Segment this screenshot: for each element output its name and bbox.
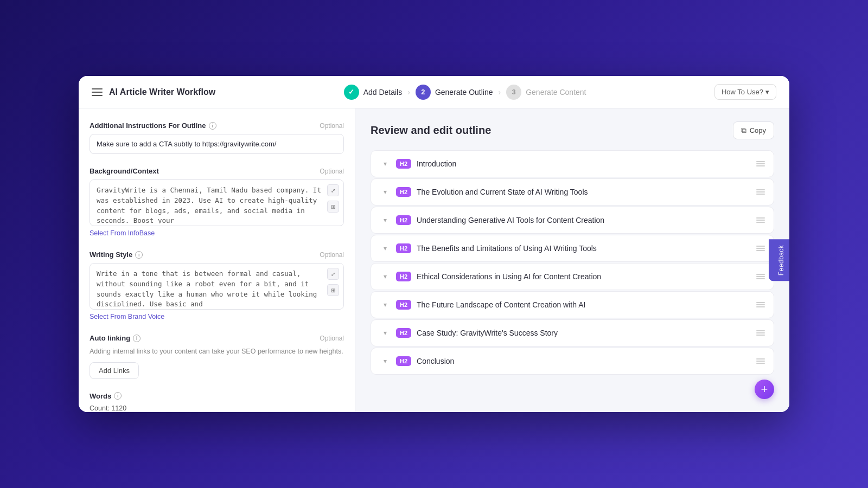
- h2-badge: H2: [396, 243, 411, 253]
- step-1-number: ✓: [348, 88, 354, 96]
- arrow-2: ›: [499, 88, 501, 97]
- step-3: 3 Generate Content: [506, 85, 586, 100]
- step-2-circle: 2: [416, 85, 431, 100]
- drag-handle[interactable]: [756, 330, 765, 336]
- outline-item: ▾ H2 Ethical Considerations in Using AI …: [371, 263, 774, 290]
- chevron-icon[interactable]: ▾: [380, 215, 391, 226]
- outline-item: ▾ H2 Conclusion: [371, 348, 774, 375]
- drag-handle[interactable]: [756, 217, 765, 223]
- chevron-icon[interactable]: ▾: [380, 271, 391, 282]
- app-window: AI Article Writer Workflow ✓ Add Details…: [79, 76, 789, 412]
- select-brand-voice-link[interactable]: Select From Brand Voice: [90, 313, 164, 320]
- drag-handle[interactable]: [756, 246, 765, 251]
- app-title: AI Article Writer Workflow: [109, 87, 215, 97]
- chevron-icon[interactable]: ▾: [380, 356, 391, 367]
- auto-linking-description: Adding internal links to your content ca…: [90, 346, 344, 357]
- add-section-button[interactable]: +: [755, 380, 774, 399]
- outline-item: ▾ H2 Understanding Generative AI Tools f…: [371, 207, 774, 234]
- words-info-icon[interactable]: i: [114, 392, 122, 400]
- copy-button[interactable]: ⧉ Copy: [733, 121, 774, 139]
- writing-style-textarea[interactable]: Write in a tone that is between formal a…: [90, 264, 343, 307]
- chevron-icon[interactable]: ▾: [380, 187, 391, 197]
- writing-style-shrink-icon[interactable]: ⊞: [327, 284, 339, 296]
- expand-icon[interactable]: ⤢: [327, 184, 339, 196]
- words-group: Words i Count: 1120: [90, 392, 344, 412]
- outline-list: ▾ H2 Introduction ▾ H2 The Evolution and…: [371, 150, 774, 375]
- outline-title: Review and edit outline: [371, 124, 491, 137]
- additional-instructions-label: Additional Instructions For Outline i: [90, 121, 216, 130]
- outline-item: ▾ H2 Case Study: GravityWrite's Success …: [371, 319, 774, 346]
- background-context-label: Background/Context: [90, 167, 159, 175]
- step-3-label: Generate Content: [526, 88, 586, 97]
- step-2: 2 Generate Outline: [416, 85, 493, 100]
- outline-header: Review and edit outline ⧉ Copy: [371, 121, 774, 139]
- stepper: ✓ Add Details › 2 Generate Outline › 3 G…: [344, 85, 586, 100]
- background-context-icons: ⤢ ⊞: [327, 184, 339, 213]
- chevron-down-icon: ▾: [765, 88, 769, 96]
- add-links-button[interactable]: Add Links: [90, 362, 139, 379]
- writing-style-info-icon[interactable]: i: [135, 251, 143, 259]
- additional-instructions-group: Additional Instructions For Outline i Op…: [90, 121, 344, 154]
- main-content: Additional Instructions For Outline i Op…: [79, 108, 789, 412]
- drag-handle[interactable]: [756, 189, 765, 195]
- step-1-label: Add Details: [363, 88, 403, 97]
- writing-style-expand-icon[interactable]: ⤢: [327, 268, 339, 280]
- writing-style-group: Writing Style i Optional Write in a tone…: [90, 251, 344, 321]
- auto-linking-info-icon[interactable]: i: [133, 335, 141, 342]
- feedback-tab[interactable]: Feedback: [769, 240, 789, 281]
- step-1-circle: ✓: [344, 85, 359, 100]
- h2-badge: H2: [396, 159, 411, 169]
- chevron-icon[interactable]: ▾: [380, 299, 391, 310]
- writing-style-optional: Optional: [320, 251, 344, 259]
- drag-handle[interactable]: [756, 161, 765, 166]
- step-3-number: 3: [512, 88, 516, 96]
- select-infobase-link[interactable]: Select From InfoBase: [90, 229, 155, 237]
- h2-badge: H2: [396, 215, 411, 225]
- menu-icon[interactable]: [92, 88, 103, 96]
- writing-style-icons: ⤢ ⊞: [327, 268, 339, 296]
- h2-badge: H2: [396, 272, 411, 281]
- copy-icon: ⧉: [741, 126, 746, 135]
- background-context-optional: Optional: [320, 168, 344, 175]
- additional-instructions-label-row: Additional Instructions For Outline i Op…: [90, 121, 344, 130]
- outline-item-text: Conclusion: [417, 357, 751, 365]
- words-count: Count: 1120: [90, 404, 344, 412]
- outline-item-text: Ethical Considerations in Using AI for C…: [417, 272, 751, 281]
- chevron-icon[interactable]: ▾: [380, 158, 391, 169]
- outline-item-text: The Future Landscape of Content Creation…: [417, 300, 751, 309]
- step-1: ✓ Add Details: [344, 85, 403, 100]
- writing-style-label-row: Writing Style i Optional: [90, 251, 344, 259]
- auto-linking-group: Auto linking i Optional Adding internal …: [90, 334, 344, 379]
- additional-instructions-optional: Optional: [320, 122, 344, 130]
- h2-badge: H2: [396, 328, 411, 338]
- step-3-circle: 3: [506, 85, 521, 100]
- feedback-tab-container: Feedback: [769, 240, 789, 281]
- drag-handle[interactable]: [756, 302, 765, 307]
- outline-item: ▾ H2 Introduction: [371, 150, 774, 177]
- how-to-use-button[interactable]: How To Use? ▾: [714, 84, 776, 100]
- additional-instructions-info-icon[interactable]: i: [209, 122, 216, 130]
- additional-instructions-input[interactable]: [90, 134, 344, 154]
- chevron-icon[interactable]: ▾: [380, 243, 391, 254]
- header: AI Article Writer Workflow ✓ Add Details…: [79, 76, 789, 108]
- outline-item: ▾ H2 The Evolution and Current State of …: [371, 178, 774, 206]
- drag-handle[interactable]: [756, 358, 765, 364]
- header-left: AI Article Writer Workflow: [92, 87, 215, 97]
- chevron-icon[interactable]: ▾: [380, 328, 391, 338]
- arrow-1: ›: [407, 88, 410, 97]
- background-context-textarea[interactable]: GravityWrite is a Chennai, Tamil Nadu ba…: [90, 180, 343, 223]
- outline-item-text: The Evolution and Current State of AI Wr…: [417, 188, 751, 196]
- step-2-number: 2: [421, 88, 425, 96]
- h2-badge: H2: [396, 300, 411, 310]
- drag-handle[interactable]: [756, 274, 765, 279]
- step-2-label: Generate Outline: [435, 88, 493, 97]
- outline-item: ▾ H2 The Benefits and Limitations of Usi…: [371, 235, 774, 262]
- h2-badge: H2: [396, 187, 411, 197]
- shrink-icon[interactable]: ⊞: [327, 201, 339, 213]
- background-context-label-row: Background/Context Optional: [90, 167, 344, 175]
- writing-style-wrapper: Write in a tone that is between formal a…: [90, 263, 344, 310]
- outline-item-text: Understanding Generative AI Tools for Co…: [417, 216, 751, 224]
- outline-item-text: Case Study: GravityWrite's Success Story: [417, 329, 751, 337]
- add-section-icon: +: [761, 382, 768, 396]
- right-panel: Review and edit outline ⧉ Copy ▾ H2 Intr…: [355, 108, 789, 412]
